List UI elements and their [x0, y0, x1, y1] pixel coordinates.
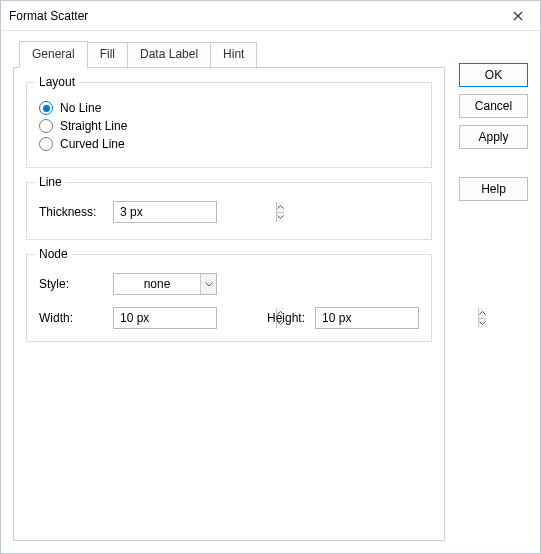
group-node: Node Style: none Width: [26, 254, 432, 342]
group-node-title: Node [35, 247, 72, 261]
help-button[interactable]: Help [459, 177, 528, 201]
radio-icon [39, 101, 53, 115]
thickness-down-button[interactable] [277, 212, 284, 223]
width-input[interactable] [114, 308, 276, 328]
radio-label: Curved Line [60, 137, 125, 151]
width-label: Width: [39, 311, 103, 325]
close-icon [513, 11, 523, 21]
group-layout: Layout No Line Straight Line Curved Line [26, 82, 432, 168]
thickness-label: Thickness: [39, 205, 103, 219]
style-combo[interactable]: none [113, 273, 217, 295]
style-dropdown-button[interactable] [200, 274, 216, 294]
tab-fill[interactable]: Fill [87, 42, 128, 69]
tab-hint[interactable]: Hint [210, 42, 257, 69]
style-value: none [114, 277, 200, 291]
tab-general[interactable]: General [19, 41, 88, 68]
radio-label: Straight Line [60, 119, 127, 133]
thickness-spinner[interactable] [113, 201, 217, 223]
radio-icon [39, 137, 53, 151]
chevron-up-icon [277, 205, 284, 209]
height-down-button[interactable] [479, 318, 486, 329]
main-pane: General Fill Data Label Hint Layout No L… [13, 41, 445, 541]
thickness-up-button[interactable] [277, 202, 284, 212]
ok-button[interactable]: OK [459, 63, 528, 87]
side-buttons: OK Cancel Apply Help [459, 41, 528, 541]
group-line: Line Thickness: [26, 182, 432, 240]
radio-curved-line[interactable]: Curved Line [39, 137, 419, 151]
group-line-title: Line [35, 175, 66, 189]
chevron-up-icon [479, 311, 486, 315]
tab-panel: Layout No Line Straight Line Curved Line [13, 67, 445, 541]
cancel-button[interactable]: Cancel [459, 94, 528, 118]
group-layout-title: Layout [35, 75, 79, 89]
tab-data-label[interactable]: Data Label [127, 42, 211, 69]
dialog-title: Format Scatter [1, 9, 88, 23]
close-button[interactable] [496, 1, 540, 31]
dialog-window: Format Scatter General Fill Data Label H… [0, 0, 541, 554]
tab-strip: General Fill Data Label Hint [19, 41, 445, 68]
height-spinner[interactable] [315, 307, 419, 329]
chevron-down-icon [479, 321, 486, 325]
radio-icon [39, 119, 53, 133]
radio-straight-line[interactable]: Straight Line [39, 119, 419, 133]
radio-label: No Line [60, 101, 101, 115]
apply-button[interactable]: Apply [459, 125, 528, 149]
height-up-button[interactable] [479, 308, 486, 318]
radio-no-line[interactable]: No Line [39, 101, 419, 115]
thickness-input[interactable] [114, 202, 276, 222]
height-label: Height: [267, 311, 305, 325]
spinner-buttons [478, 308, 486, 328]
chevron-down-icon [277, 215, 284, 219]
chevron-down-icon [205, 282, 213, 287]
style-label: Style: [39, 277, 103, 291]
titlebar: Format Scatter [1, 1, 540, 31]
spinner-buttons [276, 202, 284, 222]
width-spinner[interactable] [113, 307, 217, 329]
height-input[interactable] [316, 308, 478, 328]
